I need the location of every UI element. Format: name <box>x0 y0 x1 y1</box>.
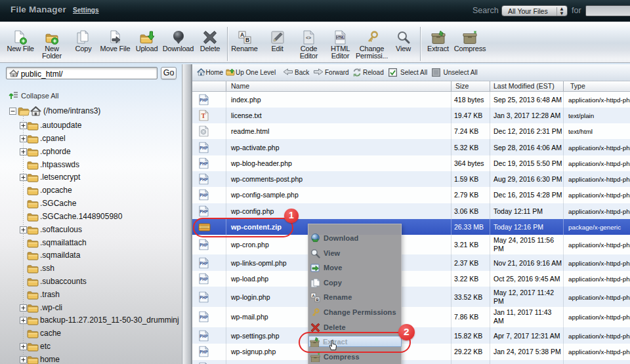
svg-text:PHP: PHP <box>200 277 208 281</box>
svg-text:PHP: PHP <box>200 350 208 354</box>
svg-text:PHP: PHP <box>200 315 208 319</box>
svg-text:B: B <box>316 298 318 302</box>
svg-text:HTML: HTML <box>336 36 344 39</box>
svg-text:PHP: PHP <box>200 97 208 102</box>
svg-text:PHP: PHP <box>200 243 208 247</box>
svg-text:T: T <box>201 112 206 119</box>
svg-text:PHP: PHP <box>200 294 208 299</box>
svg-text:PHP: PHP <box>200 209 208 213</box>
svg-text:PHP: PHP <box>200 260 208 265</box>
svg-text:PHP: PHP <box>200 145 208 150</box>
svg-text:<>: <> <box>305 35 310 41</box>
svg-text:PHP: PHP <box>200 161 208 165</box>
svg-text:B: B <box>245 37 249 43</box>
svg-text:PHP: PHP <box>200 193 208 197</box>
svg-text:PHP: PHP <box>200 177 208 182</box>
svg-text:A: A <box>240 31 244 38</box>
svg-text:PHP: PHP <box>200 333 208 338</box>
